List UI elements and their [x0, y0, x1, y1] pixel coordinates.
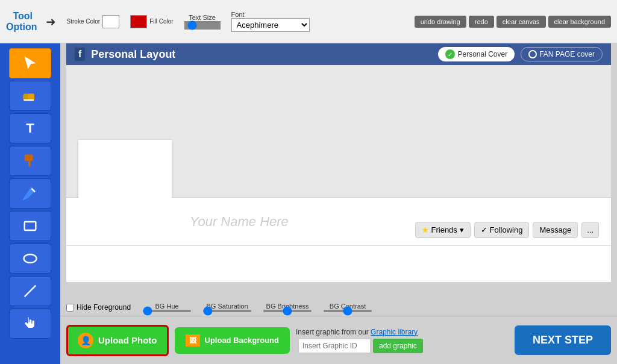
ellipse-icon — [22, 250, 39, 267]
profile-info-bar: Your Name Here ★ Friends ▾ ✓ Following M… — [66, 198, 611, 246]
facebook-layout-area: f Personal Layout ✓ Personal Cover FAN P… — [60, 43, 617, 299]
line-tool-button[interactable] — [9, 276, 51, 306]
graphic-insert-row: add graphic — [296, 339, 423, 353]
fill-label: Fill Color — [149, 18, 173, 25]
clear-background-button[interactable]: clear background — [548, 16, 611, 28]
following-button[interactable]: ✓ Following — [474, 222, 530, 238]
rectangle-icon — [22, 218, 39, 234]
stroke-color-group: Stroke Color — [67, 15, 120, 28]
arrow-icon: ➜ — [46, 14, 56, 29]
upload-photo-button[interactable]: 👤 Upload Photo — [66, 325, 169, 356]
undo-drawing-button[interactable]: undo drawing — [415, 16, 466, 28]
following-label: Following — [489, 225, 522, 234]
text-tool-button[interactable]: T — [9, 113, 51, 143]
text-icon: T — [26, 121, 34, 136]
hammer-tool-button[interactable] — [9, 146, 51, 176]
facebook-logo: f — [75, 48, 85, 61]
facebook-canvas: Your Name Here ★ Friends ▾ ✓ Following M… — [66, 65, 611, 282]
eraser-tool-button[interactable] — [9, 81, 51, 111]
fill-color-swatch[interactable] — [130, 15, 147, 28]
fb-page-title: Personal Layout — [91, 48, 432, 61]
svg-point-7 — [24, 254, 37, 263]
svg-rect-6 — [25, 222, 36, 230]
controls-bar: Hide Foreground BG Hue BG Saturation BG … — [60, 299, 617, 316]
star-icon: ★ — [422, 225, 429, 234]
message-button[interactable]: Message — [533, 222, 578, 238]
cover-photo-area — [66, 65, 611, 198]
stroke-color-swatch[interactable] — [102, 15, 119, 28]
cursor-icon — [22, 55, 39, 72]
action-bar: 👤 Upload Photo 🖼 Upload Background Inser… — [60, 316, 617, 364]
hide-foreground-group: Hide Foreground — [66, 303, 131, 312]
hand-tool-button[interactable] — [9, 309, 51, 339]
fill-color-group: Fill Color — [130, 15, 173, 28]
add-graphic-button[interactable]: add graphic — [373, 339, 423, 353]
text-size-group: Text Size — [184, 14, 221, 30]
main-area: T — [0, 43, 617, 364]
pen-icon — [22, 185, 39, 202]
toolbar-buttons: undo drawing redo clear canvas clear bac… — [415, 16, 611, 28]
hammer-icon — [22, 152, 39, 169]
friends-button[interactable]: ★ Friends ▾ — [415, 222, 471, 238]
personal-cover-tab[interactable]: ✓ Personal Cover — [438, 47, 515, 61]
bg-hue-slider[interactable] — [143, 310, 191, 312]
bg-saturation-group: BG Saturation — [203, 303, 251, 312]
check-icon: ✓ — [481, 225, 487, 234]
next-step-button[interactable]: NEXT STEP — [515, 325, 611, 355]
stroke-label: Stroke Color — [67, 18, 101, 25]
hand-icon — [22, 315, 39, 332]
bg-brightness-slider[interactable] — [263, 310, 312, 312]
font-group: Font Acephimere Arial Times New Roman Ve… — [231, 11, 310, 32]
upload-background-button[interactable]: 🖼 Upload Background — [175, 327, 290, 354]
font-select[interactable]: Acephimere Arial Times New Roman Verdana — [231, 18, 310, 32]
line-icon — [22, 283, 39, 300]
hide-foreground-checkbox[interactable] — [66, 304, 74, 312]
graphic-library-group: Insert graphic from our Graphic library … — [296, 328, 423, 353]
sidebar: T — [0, 43, 60, 364]
facebook-header: f Personal Layout ✓ Personal Cover FAN P… — [66, 43, 611, 65]
hide-foreground-label: Hide Foreground — [77, 303, 131, 312]
fanpage-cover-label: FAN PAGE cover — [539, 50, 595, 58]
personal-cover-label: Personal Cover — [457, 50, 507, 58]
rectangle-tool-button[interactable] — [9, 211, 51, 241]
graphic-id-input[interactable] — [298, 339, 371, 353]
friends-label: Friends — [431, 225, 457, 234]
more-options-button[interactable]: ... — [581, 222, 599, 238]
eraser-icon — [22, 87, 39, 104]
text-size-slider[interactable] — [184, 21, 221, 30]
check-circle-icon: ✓ — [445, 49, 455, 59]
bg-brightness-group: BG Brightness — [263, 303, 312, 312]
upload-background-label: Upload Background — [205, 336, 280, 345]
clear-canvas-button[interactable]: clear canvas — [496, 16, 546, 28]
bg-saturation-slider[interactable] — [203, 310, 251, 312]
select-tool-button[interactable] — [9, 48, 51, 78]
profile-name-placeholder: Your Name Here — [190, 214, 289, 230]
upload-photo-label: Upload Photo — [98, 335, 157, 345]
upload-photo-person-icon: 👤 — [78, 333, 93, 348]
font-label: Font — [231, 11, 310, 18]
tool-option-text: ToolOption — [6, 11, 37, 32]
graphic-library-prefix: Insert graphic from our — [296, 328, 369, 336]
bg-hue-group: BG Hue — [143, 303, 191, 312]
svg-rect-3 — [25, 155, 33, 160]
graphic-library-link[interactable]: Graphic library — [371, 328, 418, 336]
pen-tool-button[interactable] — [9, 178, 51, 209]
content-area: f Personal Layout ✓ Personal Cover FAN P… — [60, 43, 617, 364]
profile-action-buttons: ★ Friends ▾ ✓ Following Message ... — [415, 222, 600, 238]
toolbar: ToolOption ➜ Stroke Color Fill Color Tex… — [0, 0, 617, 43]
fanpage-cover-tab[interactable]: FAN PAGE cover — [521, 47, 603, 61]
redo-button[interactable]: redo — [469, 16, 494, 28]
svg-line-8 — [25, 286, 36, 297]
bg-contrast-group: BG Contrast — [324, 303, 372, 312]
ellipse-tool-button[interactable] — [9, 243, 51, 274]
bg-contrast-slider[interactable] — [324, 310, 372, 312]
svg-rect-1 — [29, 95, 34, 100]
radio-circle-icon — [528, 50, 537, 58]
graphic-library-text: Insert graphic from our Graphic library — [296, 328, 423, 336]
upload-bg-icon: 🖼 — [186, 334, 200, 347]
chevron-down-icon: ▾ — [460, 225, 464, 234]
tool-option-label: ToolOption — [6, 11, 40, 33]
